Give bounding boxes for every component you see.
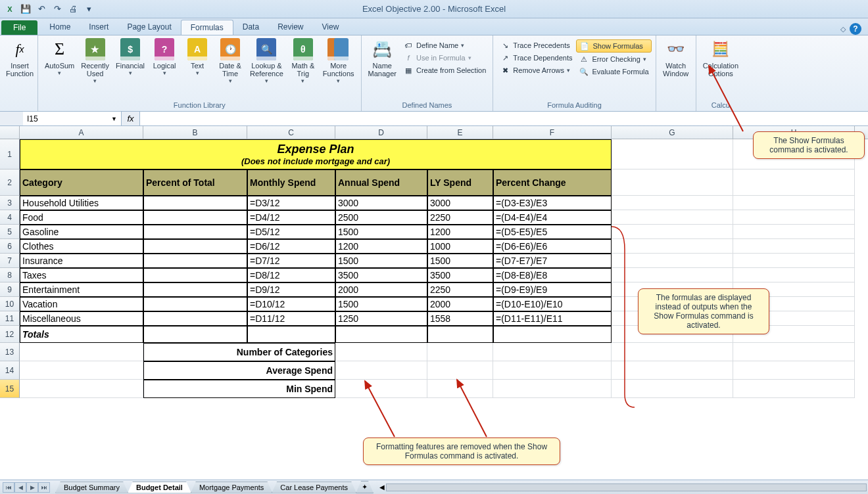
sheet-nav-first[interactable]: ⏮ (3, 482, 14, 493)
cell-E5[interactable]: 1200 (427, 225, 493, 239)
define-name-button[interactable]: 🏷Define Name (400, 39, 489, 51)
cell-B3[interactable] (143, 196, 247, 210)
select-all-corner[interactable] (0, 126, 20, 139)
calculation-options-button[interactable]: 🧮Calculation Options (700, 37, 741, 79)
cell-D9[interactable]: 2000 (335, 282, 427, 297)
header-cell[interactable]: Category (20, 169, 143, 196)
cell-F11[interactable]: =(D11-E11)/E11 (493, 311, 612, 326)
autosum-button[interactable]: ΣAutoSum (42, 37, 77, 78)
row-header-10[interactable]: 10 (0, 297, 20, 311)
cell-H2[interactable] (733, 169, 855, 196)
cell-E8[interactable]: 3500 (427, 268, 493, 282)
row-header-1[interactable]: 1 (0, 139, 20, 169)
cell-C4[interactable]: =D4/12 (247, 210, 335, 225)
cell-H3[interactable] (733, 196, 855, 210)
cell-A14[interactable] (20, 361, 143, 380)
cell-C8[interactable]: =D8/12 (247, 268, 335, 282)
financial-button[interactable]: $Financial (113, 37, 147, 78)
cell-E12[interactable] (427, 326, 493, 343)
cell-F10[interactable]: =(D10-E10)/E10 (493, 297, 612, 311)
cell-B8[interactable] (143, 268, 247, 282)
help-icon[interactable]: ? (850, 23, 861, 35)
cell-A7[interactable]: Insurance (20, 254, 143, 268)
cell-F7[interactable]: =(D7-E7)/E7 (493, 254, 612, 268)
tab-review[interactable]: Review (268, 20, 312, 35)
tab-home[interactable]: Home (40, 20, 80, 35)
cell-H14[interactable] (733, 361, 855, 380)
cell-D5[interactable]: 1500 (335, 225, 427, 239)
column-header-A[interactable]: A (20, 126, 143, 139)
row-header-9[interactable]: 9 (0, 282, 20, 297)
cell-H6[interactable] (733, 239, 855, 254)
cell-F8[interactable]: =(D8-E8)/E8 (493, 268, 612, 282)
cell-E9[interactable]: 2250 (427, 282, 493, 297)
file-tab[interactable]: File (1, 20, 37, 35)
tab-view[interactable]: View (313, 20, 349, 35)
title-cell[interactable]: Expense Plan(Does not include mortgage a… (20, 139, 612, 169)
logical-button[interactable]: ?Logical (149, 37, 180, 78)
scroll-left-icon[interactable]: ◀ (379, 483, 385, 491)
cell-F13[interactable] (493, 343, 612, 361)
sheet-nav-last[interactable]: ⏭ (38, 482, 50, 493)
cell-A15[interactable] (20, 380, 143, 398)
cell-G6[interactable] (612, 239, 733, 254)
cell-G13[interactable] (612, 343, 733, 361)
redo-icon[interactable]: ↷ (50, 2, 64, 16)
row-header-8[interactable]: 8 (0, 268, 20, 282)
more-functions-button[interactable]: More Functions (320, 37, 357, 85)
name-box[interactable]: I15▼ (23, 112, 122, 125)
row-header-7[interactable]: 7 (0, 254, 20, 268)
row-header-5[interactable]: 5 (0, 225, 20, 239)
fx-button[interactable]: fx (122, 112, 140, 125)
cell-E4[interactable]: 2250 (427, 210, 493, 225)
cell-C9[interactable]: =D9/12 (247, 282, 335, 297)
cell-G2[interactable] (612, 169, 733, 196)
tab-data[interactable]: Data (233, 20, 268, 35)
cell-D11[interactable]: 1250 (335, 311, 427, 326)
cell-D6[interactable]: 1200 (335, 239, 427, 254)
cell-G7[interactable] (612, 254, 733, 268)
cell-H7[interactable] (733, 254, 855, 268)
cell-G1[interactable] (612, 139, 733, 169)
horizontal-scrollbar[interactable] (386, 483, 867, 491)
text-button[interactable]: AText (181, 37, 213, 78)
summary-label[interactable]: Min Spend (143, 380, 335, 398)
cell-F15[interactable] (493, 380, 612, 398)
new-sheet-tab[interactable]: ✦ (356, 481, 374, 493)
print-icon[interactable]: 🖨 (66, 2, 80, 16)
cell-B10[interactable] (143, 297, 247, 311)
column-header-E[interactable]: E (427, 126, 493, 139)
row-header-12[interactable]: 12 (0, 326, 20, 343)
summary-label[interactable]: Average Spend (143, 361, 335, 380)
cell-B12[interactable] (143, 326, 247, 343)
cell-C10[interactable]: =D10/12 (247, 297, 335, 311)
create-from-selection-button[interactable]: ▦Create from Selection (400, 64, 489, 76)
cell-F6[interactable]: =(D6-E6)/E6 (493, 239, 612, 254)
cell-A8[interactable]: Taxes (20, 268, 143, 282)
save-icon[interactable]: 💾 (18, 2, 33, 16)
row-header-2[interactable]: 2 (0, 169, 20, 196)
insert-function-button[interactable]: fx Insert Function (4, 37, 36, 79)
sheet-nav-next[interactable]: ▶ (26, 482, 38, 493)
cell-H13[interactable] (733, 343, 855, 361)
cell-D7[interactable]: 1500 (335, 254, 427, 268)
cell-C7[interactable]: =D7/12 (247, 254, 335, 268)
header-cell[interactable]: Percent of Total (143, 169, 247, 196)
cell-E14[interactable] (427, 361, 493, 380)
header-cell[interactable]: Monthly Spend (247, 169, 335, 196)
cell-A4[interactable]: Food (20, 210, 143, 225)
math-trig-button[interactable]: θMath & Trig (287, 37, 319, 85)
cell-F4[interactable]: =(D4-E4)/E4 (493, 210, 612, 225)
cell-D4[interactable]: 2500 (335, 210, 427, 225)
cell-G5[interactable] (612, 225, 733, 239)
row-header-11[interactable]: 11 (0, 311, 20, 326)
row-header-13[interactable]: 13 (0, 343, 20, 361)
cell-A3[interactable]: Household Utilities (20, 196, 143, 210)
cell-H8[interactable] (733, 268, 855, 282)
column-header-B[interactable]: B (143, 126, 247, 139)
cell-A13[interactable] (20, 343, 143, 361)
column-header-D[interactable]: D (335, 126, 427, 139)
header-cell[interactable]: Percent Change (493, 169, 612, 196)
tab-formulas[interactable]: Formulas (181, 20, 233, 35)
row-header-14[interactable]: 14 (0, 361, 20, 380)
